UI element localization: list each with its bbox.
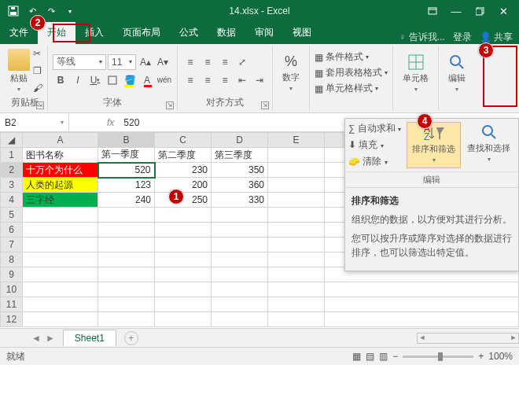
conditional-format-button[interactable]: ▦条件格式▾ (315, 50, 388, 64)
align-bottom-icon[interactable]: ≡ (217, 54, 233, 70)
cell-selected[interactable]: 520 (98, 163, 155, 178)
close-icon[interactable]: ✕ (492, 3, 514, 19)
sort-filter-button[interactable]: AZ 排序和筛选▾ (407, 122, 461, 168)
autosum-button[interactable]: ∑ 自动求和 ▾ (348, 122, 407, 135)
font-color-icon[interactable]: A (139, 72, 155, 88)
edit-button[interactable]: 编辑 ▾ (444, 52, 470, 94)
row-header[interactable]: 3 (1, 178, 23, 193)
table-format-button[interactable]: ▦套用表格格式▾ (315, 66, 388, 79)
prev-sheet-icon[interactable]: ◄ (31, 333, 41, 344)
fill-color-icon[interactable]: 🪣 (122, 72, 138, 88)
zoom-out-icon[interactable]: − (392, 351, 398, 362)
cut-icon[interactable]: ✂ (33, 48, 42, 59)
dialog-launcher-icon[interactable]: ⇲ (36, 101, 44, 109)
cell[interactable]: 123 (98, 178, 155, 193)
cell[interactable]: 360 (212, 178, 268, 193)
next-sheet-icon[interactable]: ► (46, 333, 55, 344)
align-center-icon[interactable]: ≡ (200, 72, 215, 88)
login-link[interactable]: 登录 (453, 31, 472, 44)
dialog-launcher-icon[interactable]: ⇲ (261, 101, 269, 109)
cell[interactable]: 350 (212, 163, 268, 178)
view-pagebreak-icon[interactable]: ▥ (379, 351, 388, 362)
cell[interactable]: 200 (155, 178, 212, 193)
orientation-icon[interactable]: ⤢ (234, 54, 250, 70)
number-format-button[interactable]: % 数字 ▾ (278, 52, 304, 94)
font-size-combo[interactable]: 11 ▾ (108, 54, 136, 70)
save-icon[interactable] (6, 4, 20, 18)
hscroll[interactable]: ◄► (417, 333, 519, 344)
bold-button[interactable]: B (53, 72, 68, 88)
indent-left-icon[interactable]: ⇤ (234, 72, 250, 88)
col-header[interactable]: E (268, 133, 325, 148)
font-name-combo[interactable]: 等线 ▾ (53, 54, 106, 70)
row-header[interactable]: 8 (1, 252, 23, 267)
minimize-icon[interactable]: — (445, 3, 467, 19)
align-left-icon[interactable]: ≡ (182, 72, 198, 88)
col-header[interactable]: A (23, 133, 98, 148)
cell[interactable]: 第一季度 (98, 148, 155, 163)
row-header[interactable]: 4 (1, 193, 23, 208)
align-middle-icon[interactable]: ≡ (200, 54, 215, 70)
phonetic-icon[interactable]: wén (156, 72, 172, 88)
grow-font-icon[interactable]: A▴ (138, 54, 153, 70)
cell[interactable]: 第三季度 (212, 148, 268, 163)
cell[interactable] (268, 148, 325, 163)
paste-button[interactable]: 粘贴 ▾ (8, 49, 30, 93)
name-box[interactable]: B2▾ (0, 113, 69, 131)
zoom-slider[interactable] (403, 356, 473, 358)
cell[interactable]: 240 (98, 193, 155, 208)
cell[interactable]: 人类的起源 (23, 178, 98, 193)
row-header[interactable]: 7 (1, 238, 23, 252)
shrink-font-icon[interactable]: A▾ (155, 54, 171, 70)
row-header[interactable]: 9 (1, 267, 23, 282)
align-right-icon[interactable]: ≡ (217, 72, 233, 88)
qat-dropdown-icon[interactable]: ▾ (63, 4, 77, 18)
col-header[interactable]: D (212, 133, 268, 148)
ribbon-options-icon[interactable] (421, 3, 444, 19)
tab-review[interactable]: 审阅 (245, 21, 283, 44)
view-pagelayout-icon[interactable]: ▤ (366, 351, 374, 362)
col-header[interactable]: C (155, 133, 212, 148)
underline-button[interactable]: U ▾ (87, 72, 103, 88)
add-sheet-icon[interactable]: + (124, 331, 138, 345)
cell[interactable]: 第二季度 (155, 148, 212, 163)
cell-style-button[interactable]: ▦单元格样式▾ (315, 82, 388, 95)
view-normal-icon[interactable]: ▦ (352, 351, 361, 362)
restore-icon[interactable] (469, 3, 491, 19)
col-header[interactable]: B (98, 133, 155, 148)
tab-formulas[interactable]: 公式 (170, 21, 208, 44)
zoom-in-icon[interactable]: + (478, 351, 484, 362)
fx-icon[interactable]: fx (101, 117, 120, 128)
formula-value[interactable]: 520 (120, 117, 142, 128)
cell[interactable] (268, 193, 325, 208)
cell[interactable]: 330 (212, 193, 268, 208)
cell[interactable] (268, 178, 325, 193)
row-header[interactable]: 10 (1, 282, 23, 297)
cell[interactable] (268, 163, 325, 178)
tab-insert[interactable]: 插入 (75, 21, 113, 44)
zoom-level[interactable]: 100% (488, 351, 513, 362)
row-header[interactable]: 11 (1, 297, 23, 312)
border-icon[interactable] (105, 72, 120, 88)
tab-layout[interactable]: 页面布局 (113, 21, 170, 44)
cell[interactable]: 230 (155, 163, 212, 178)
tab-data[interactable]: 数据 (208, 21, 245, 44)
indent-right-icon[interactable]: ⇥ (252, 72, 267, 88)
clear-button[interactable]: 🧽 清除 ▾ (348, 155, 407, 168)
row-header[interactable]: 12 (1, 312, 23, 327)
dialog-launcher-icon[interactable]: ⇲ (166, 101, 174, 109)
fill-button[interactable]: ⬇ 填充 ▾ (348, 138, 407, 152)
cell[interactable]: 图书名称 (23, 148, 98, 163)
tab-view[interactable]: 视图 (283, 21, 321, 44)
italic-button[interactable]: I (70, 72, 86, 88)
align-top-icon[interactable]: ≡ (182, 54, 198, 70)
format-painter-icon[interactable]: 🖌 (33, 83, 42, 94)
row-header[interactable]: 2 (1, 163, 23, 178)
row-header[interactable]: 6 (1, 223, 23, 238)
tellme-label[interactable]: ♀ 告诉我... (399, 31, 444, 44)
sheet-tab[interactable]: Sheet1 (63, 330, 116, 346)
row-header[interactable]: 1 (1, 148, 23, 163)
row-header[interactable]: 5 (1, 208, 23, 223)
cells-button[interactable]: 单元格 ▾ (398, 52, 433, 94)
redo-icon[interactable]: ↷ (44, 4, 58, 18)
